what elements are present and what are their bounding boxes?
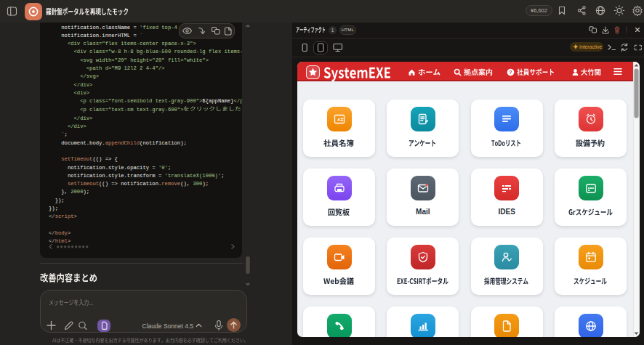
svg-text:?: ?: [509, 70, 512, 75]
